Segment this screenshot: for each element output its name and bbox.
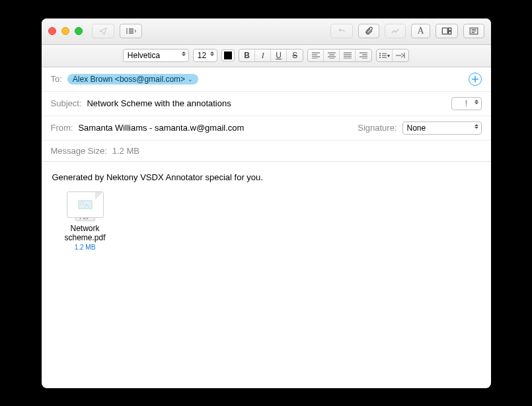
- add-recipient-button[interactable]: [469, 73, 482, 86]
- priority-value: !: [465, 99, 467, 108]
- attach-button[interactable]: [358, 24, 379, 38]
- from-row: From: Samanta Williams - samanta.w@gmail…: [42, 116, 491, 141]
- align-justify-button[interactable]: [340, 50, 356, 61]
- signature-value: None: [407, 123, 426, 133]
- signature-label: Signature:: [358, 123, 397, 133]
- minimize-window-button[interactable]: [61, 27, 69, 35]
- compose-window: A Helvetica 12 B I U S: [42, 18, 491, 388]
- send-button[interactable]: [92, 24, 114, 38]
- list-button[interactable]: ▾: [377, 50, 393, 61]
- from-label: From:: [51, 123, 73, 133]
- bold-button[interactable]: B: [239, 50, 255, 61]
- font-family-value: Helvetica: [128, 51, 160, 60]
- font-style-group: B I U S: [239, 49, 303, 62]
- titlebar: A: [42, 18, 491, 45]
- message-body[interactable]: Generated by Nektony VSDX Annotator spec…: [42, 162, 491, 388]
- align-left-button[interactable]: [308, 50, 324, 61]
- svg-rect-7: [448, 28, 451, 30]
- font-size-select[interactable]: 12: [193, 49, 217, 62]
- strikethrough-button[interactable]: S: [287, 50, 303, 61]
- to-recipient-text: Alex Brown <boss@gmail.com>: [73, 75, 185, 84]
- body-text: Generated by Nektony VSDX Annotator spec…: [52, 172, 480, 182]
- to-label: To:: [51, 74, 62, 84]
- photo-browser-button[interactable]: [436, 24, 458, 38]
- text-color-well[interactable]: [221, 50, 235, 61]
- markup-button[interactable]: [385, 24, 406, 38]
- font-size-value: 12: [198, 51, 206, 60]
- signature-select[interactable]: None: [402, 121, 482, 135]
- attachment[interactable]: PDF Network scheme.pdf 1.2 MB: [52, 191, 118, 252]
- align-center-button[interactable]: [324, 50, 340, 61]
- align-right-button[interactable]: [356, 50, 371, 61]
- window-controls: [48, 27, 83, 35]
- svg-rect-8: [448, 32, 451, 34]
- attachment-filename: Network scheme.pdf: [52, 224, 118, 243]
- italic-button[interactable]: I: [255, 50, 271, 61]
- to-row[interactable]: To: Alex Brown <boss@gmail.com> ⌄: [42, 67, 491, 92]
- message-size-value: 1.2 MB: [112, 146, 139, 156]
- svg-point-33: [379, 57, 381, 58]
- zoom-window-button[interactable]: [75, 27, 83, 35]
- subject-row: Subject: !: [42, 92, 491, 116]
- header-fields: To: Alex Brown <boss@gmail.com> ⌄ Subjec…: [42, 67, 491, 162]
- subject-label: Subject:: [51, 98, 82, 108]
- reply-button[interactable]: [330, 24, 353, 38]
- attachment-thumbnail: [67, 191, 104, 218]
- svg-rect-6: [442, 28, 447, 34]
- font-family-select[interactable]: Helvetica: [123, 49, 189, 62]
- svg-point-29: [379, 53, 381, 54]
- svg-point-40: [81, 203, 83, 205]
- format-toolbar: Helvetica 12 B I U S ▾: [42, 45, 491, 67]
- attachment-size: 1.2 MB: [52, 244, 118, 251]
- header-fields-button[interactable]: [120, 24, 142, 38]
- format-button[interactable]: A: [411, 24, 430, 38]
- to-recipient-chip[interactable]: Alex Brown <boss@gmail.com> ⌄: [67, 74, 198, 85]
- color-swatch: [224, 51, 232, 59]
- message-size-label: Message Size:: [51, 146, 107, 156]
- from-value: Samanta Williams - samanta.w@gmail.com: [78, 123, 244, 133]
- underline-button[interactable]: U: [271, 50, 287, 61]
- message-size-row: Message Size: 1.2 MB: [42, 141, 491, 161]
- stationery-button[interactable]: [463, 24, 484, 38]
- list-indent-group: ▾: [376, 49, 409, 62]
- close-window-button[interactable]: [48, 27, 56, 35]
- priority-select[interactable]: !: [451, 97, 482, 110]
- subject-input[interactable]: [87, 98, 445, 108]
- chevron-down-icon: ⌄: [188, 76, 193, 83]
- indent-button[interactable]: [393, 50, 408, 61]
- alignment-group: [307, 49, 372, 62]
- svg-point-31: [379, 55, 381, 56]
